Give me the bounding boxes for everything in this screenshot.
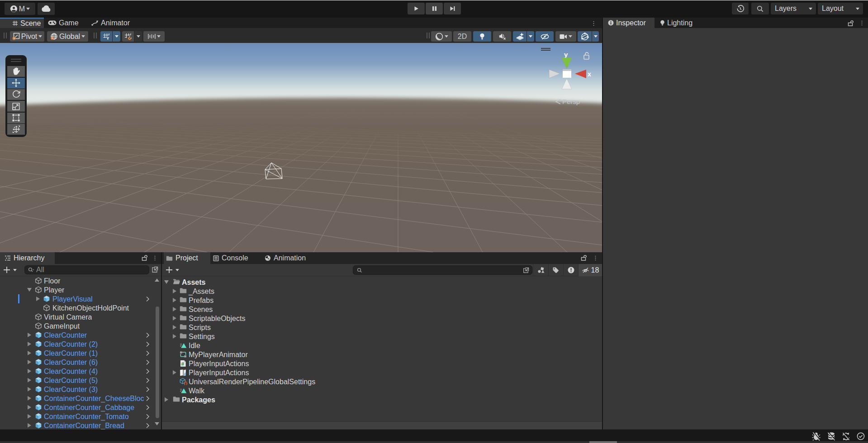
svg-text:y: y (564, 51, 568, 58)
svg-text:x: x (588, 71, 591, 78)
svg-text:Persp: Persp (562, 98, 580, 105)
svg-text:Y: Y (107, 36, 109, 40)
